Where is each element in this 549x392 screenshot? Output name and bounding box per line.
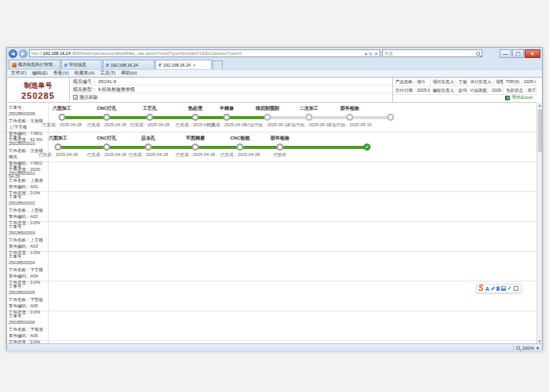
milestone-node[interactable]: [237, 143, 244, 151]
milestone-node[interactable]: [264, 114, 271, 121]
mold-type-label: 模具类型：: [73, 85, 96, 93]
zoom-dropdown-icon[interactable]: ▾: [536, 345, 539, 350]
menu-item[interactable]: 工具(T): [100, 70, 116, 77]
card-order: 工单号：25028500004: [9, 253, 47, 267]
milestone-node[interactable]: [55, 143, 62, 151]
milestone-node[interactable]: [147, 114, 154, 121]
milestone-node[interactable]: [145, 143, 152, 151]
address-input[interactable]: http://192.168.16.24:8000/std/m/produce/…: [29, 49, 380, 57]
workpiece-card[interactable]: 工单号：25028500002工件名称：上垫板零件编码：A02工件进度：0.0%: [7, 192, 49, 221]
menu-item[interactable]: 收藏夹(A): [75, 70, 95, 77]
browser-tab[interactable]: 模具制造执行管理系统M...: [9, 60, 60, 69]
zoom-icon[interactable]: [516, 346, 520, 350]
search-placeholder: 百度: [384, 51, 393, 56]
info-cell: 交付日期：2025-05-03: [393, 86, 431, 95]
info-cell: 产品名称：烟斗: [393, 78, 431, 86]
refresh-checkbox[interactable]: ✓: [73, 95, 78, 100]
milestone-label: 平面精磨: [186, 135, 205, 142]
browser-tab[interactable]: e192.168.16.24: [103, 60, 155, 69]
menu-item[interactable]: 查看(V): [53, 70, 69, 77]
order-label: 制造单号: [7, 81, 69, 91]
input-method-bar: S A ✓: [476, 284, 522, 293]
milestone-node[interactable]: [192, 114, 199, 121]
close-button[interactable]: ✕: [525, 49, 540, 58]
menu-item[interactable]: 编辑(E): [32, 70, 48, 77]
card-order: 工单号：25028500010: [9, 134, 47, 147]
milestone-date: 已完成：2025-04-28: [220, 152, 260, 158]
refresh-icon[interactable]: ↻: [369, 51, 373, 56]
maximize-button[interactable]: ▢: [512, 49, 524, 58]
workpiece-card[interactable]: 工单号：25028500003工件名称：上主模零件编码：A03工件进度：0.0%: [7, 222, 49, 251]
order-number: 250285: [7, 91, 69, 100]
info-cell: 计划装配：2025-04-26: [467, 86, 504, 95]
toolbox-grid-icon[interactable]: [514, 286, 518, 291]
workpiece-card[interactable]: 工单号：25028500007: [7, 341, 49, 343]
sogou-logo-icon[interactable]: S: [478, 285, 484, 292]
menu-item[interactable]: 文件(F): [11, 70, 27, 77]
microphone-icon[interactable]: [496, 286, 500, 291]
milestone-node[interactable]: [104, 114, 111, 121]
milestone-date: 已完成：2025-04-28: [38, 152, 78, 158]
language-mode-icon[interactable]: A: [485, 286, 489, 292]
progress-area: [49, 281, 536, 310]
milestone-node[interactable]: [387, 114, 394, 121]
card-name: 工件名称：上模座: [9, 177, 47, 183]
ie-favicon: e: [158, 62, 162, 67]
back-button[interactable]: ◄: [9, 49, 17, 58]
milestone-date: 已完成：2025-04-28: [87, 152, 126, 158]
keyboard-icon[interactable]: [501, 286, 506, 291]
card-code: 零件编码：A06: [9, 332, 47, 339]
milestone-label: CNC打孔: [97, 105, 117, 112]
milestone-node[interactable]: [347, 114, 354, 121]
progress-bar-remaining: [267, 116, 391, 119]
scroll-down-icon[interactable]: ▼: [537, 339, 542, 343]
export-excel-link[interactable]: X 导出Excel: [505, 94, 533, 101]
tab-close-icon[interactable]: ×: [193, 63, 195, 67]
menu-item[interactable]: 帮助(H): [121, 70, 136, 77]
status-bar: 100% ▾: [7, 343, 542, 351]
milestone-node[interactable]: [224, 114, 231, 121]
milestone-node[interactable]: [192, 143, 199, 151]
menu-bar: 文件(F)编辑(E)查看(V)收藏夹(A)工具(T)帮助(H): [7, 69, 542, 77]
compatibility-view-icon[interactable]: ▾: [365, 51, 367, 56]
milestone-label: 部件检验: [340, 105, 359, 112]
card-code: 零件编码：A04: [9, 273, 47, 279]
vertical-scrollbar[interactable]: ▲ ▼: [536, 103, 542, 343]
new-tab-button[interactable]: [213, 60, 223, 69]
milestone-node[interactable]: [277, 143, 284, 151]
browser-window: ◄ ► http://192.168.16.24:8000/std/m/prod…: [6, 47, 543, 350]
milestone-node[interactable]: [104, 143, 111, 151]
search-icon[interactable]: [476, 52, 480, 56]
workpiece-card[interactable]: 工单号：25028500004工件名称：下主模零件编码：A04工件进度：0.0%: [7, 252, 49, 281]
milestone-date: 已完成：2025-04-28: [87, 122, 126, 128]
refresh-checkbox-label: 激活刷新: [79, 93, 98, 101]
project-info: 产品名称：烟斗项目负责人：王敏设计负责人：胡繁波T0时间：2025-05-03交…: [393, 78, 536, 102]
search-input[interactable]: 百度: [382, 49, 482, 57]
milestone-label: 部件检验: [271, 135, 289, 142]
workpiece-row: 工单号：25028500009工件名称：压射模上/下主模零件编码：Y.M01工件…: [7, 103, 536, 132]
progress-area: [49, 162, 536, 191]
milestone-label: CNC粗铣: [231, 135, 250, 142]
browser-tab[interactable]: e192.168.16.24×: [155, 60, 212, 69]
scroll-up-icon[interactable]: ▲: [537, 103, 542, 107]
milestone-date: 计划开始：2025-05-12: [245, 122, 289, 128]
zoom-level[interactable]: 100%: [522, 346, 534, 350]
check-icon[interactable]: ✓: [507, 285, 512, 292]
progress-area: [49, 252, 536, 281]
scrollbar-thumb[interactable]: [538, 109, 542, 152]
workpiece-card[interactable]: 工单号：25028500001工件名称：上模座零件编码：A01工件进度：0.0%: [7, 162, 49, 191]
minimize-button[interactable]: —: [500, 49, 511, 58]
workpiece-card[interactable]: 工单号：25028500005工件名称：下垫板零件编码：A05工件进度：0.0%: [7, 281, 49, 310]
milestone-node[interactable]: [59, 114, 66, 121]
ie-favicon: e: [106, 62, 109, 67]
browser-tab[interactable]: e评估信息: [61, 60, 102, 69]
milestone-node[interactable]: [306, 114, 313, 121]
card-order: 工单号：25028500009: [9, 104, 47, 118]
milestone-check-icon[interactable]: ✓: [364, 143, 371, 151]
tab-label: 评估信息: [69, 62, 86, 67]
workpiece-card[interactable]: 工单号：25028500006工件名称：下模座零件编码：A06工件进度：0.0%: [7, 311, 49, 340]
handwriting-icon[interactable]: [491, 287, 495, 291]
url-domain: 192.168.16.24: [43, 51, 71, 56]
forward-button[interactable]: ►: [19, 49, 27, 58]
stop-icon[interactable]: ✕: [374, 51, 378, 56]
